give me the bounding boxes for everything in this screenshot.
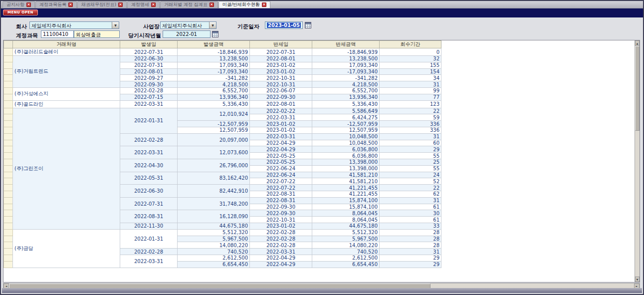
cell-collection-days[interactable]: 29 [380, 255, 441, 261]
cell-settle-date[interactable]: 2022-08-01 [250, 56, 312, 62]
account-name-field[interactable]: 외상매출금 [74, 30, 120, 38]
calendar-icon[interactable] [305, 22, 311, 28]
cell-settle-date[interactable]: 2022-09-30 [250, 210, 312, 217]
cell-settle-amount[interactable]: 13,238,500 [312, 56, 380, 62]
row-selector[interactable] [4, 261, 13, 268]
cell-issue-date[interactable]: 2022-09-27 [120, 75, 178, 81]
row-selector[interactable] [4, 153, 13, 159]
cell-collection-days[interactable]: 28 [380, 242, 441, 249]
row-selector[interactable] [4, 48, 13, 56]
cell-settle-amount[interactable]: 17,093,340 [312, 62, 380, 68]
period-start-field[interactable]: 2022-01 [163, 30, 211, 38]
chevron-down-icon[interactable] [209, 22, 216, 28]
base-date-field[interactable]: 2023-01-05 [265, 21, 303, 29]
cell-collection-days[interactable]: 24 [380, 172, 441, 178]
cell-settle-amount[interactable]: 5,512,320 [312, 229, 380, 236]
cell-settle-date[interactable]: 2023-01-02 [250, 127, 312, 133]
cell-customer[interactable]: (주)그린조이 [13, 108, 120, 229]
cell-settle-date[interactable]: 2022-09-30 [250, 94, 312, 100]
cell-settle-date[interactable]: 2022-03-31 [250, 249, 312, 255]
cell-settle-amount[interactable]: -341,282 [312, 75, 380, 81]
cell-issue-amount[interactable]: 12,507,959 [178, 127, 250, 133]
site-combo[interactable]: 제일제지주식회사 [160, 21, 216, 29]
cell-settle-amount[interactable]: 5,336,430 [312, 100, 380, 108]
cell-collection-days[interactable]: 61 [380, 217, 441, 223]
cell-issue-date[interactable]: 2022-07-15 [120, 94, 178, 100]
cell-settle-amount[interactable]: -18,846,939 [312, 48, 380, 56]
cell-issue-amount[interactable]: -341,282 [178, 75, 250, 81]
cell-settle-amount[interactable]: 10,048,500 [312, 140, 380, 146]
cell-settle-amount[interactable]: 15,874,100 [312, 197, 380, 204]
cell-issue-amount[interactable]: 26,796,000 [178, 159, 250, 172]
cell-collection-days[interactable]: 22 [380, 108, 441, 114]
cell-settle-date[interactable]: 2022-02-28 [250, 242, 312, 249]
cell-settle-amount[interactable]: 41,221,455 [312, 185, 380, 191]
cell-collection-days[interactable]: 29 [380, 146, 441, 153]
row-selector[interactable] [4, 121, 13, 127]
cell-settle-amount[interactable]: -12,507,959 [312, 121, 380, 127]
cell-issue-date[interactable]: 2022-03-31 [120, 255, 178, 268]
cell-settle-date[interactable]: 2022-08-31 [250, 197, 312, 204]
vertical-scrollbar[interactable] [635, 40, 640, 282]
cell-settle-date[interactable]: 2022-08-01 [250, 100, 312, 108]
cell-settle-date[interactable]: 2022-04-29 [250, 261, 312, 268]
cell-settle-amount[interactable]: 41,581,210 [312, 172, 380, 178]
cell-settle-date[interactable]: 2022-02-28 [250, 236, 312, 242]
row-selector[interactable] [4, 140, 13, 146]
cell-settle-amount[interactable]: 44,675,180 [312, 223, 380, 229]
cell-collection-days[interactable]: 30 [380, 210, 441, 217]
cell-settle-date[interactable]: 2022-07-31 [250, 48, 312, 56]
cell-collection-days[interactable]: 28 [380, 236, 441, 242]
cell-settle-date[interactable]: 2022-04-29 [250, 146, 312, 153]
row-selector[interactable] [4, 87, 13, 94]
cell-issue-amount[interactable]: 12,010,924 [178, 108, 250, 121]
cell-collection-days[interactable]: 52 [380, 178, 441, 185]
cell-settle-amount[interactable]: 13,398,000 [312, 159, 380, 165]
cell-collection-days[interactable]: 62 [380, 191, 441, 197]
cell-collection-days[interactable]: 29 [380, 261, 441, 268]
cell-issue-amount[interactable]: 2,612,500 [178, 255, 250, 261]
cell-issue-amount[interactable]: 5,336,430 [178, 100, 250, 108]
cell-settle-amount[interactable]: 4,218,500 [312, 81, 380, 88]
row-selector[interactable] [4, 127, 13, 133]
cell-settle-amount[interactable]: -17,093,340 [312, 68, 380, 75]
cell-settle-amount[interactable]: 2,612,500 [312, 255, 380, 261]
row-selector[interactable] [4, 165, 13, 172]
company-combo[interactable]: 제일제지주식회사 [29, 21, 119, 29]
table-row[interactable]: (주)갤러리드슬레이2022-07-31-18,846,9392022-07-3… [4, 48, 441, 56]
cell-issue-date[interactable]: 2022-02-28 [120, 133, 178, 146]
cell-issue-amount[interactable]: 4,218,500 [178, 81, 250, 88]
cell-customer[interactable]: (주)금담 [13, 229, 120, 268]
row-selector[interactable] [4, 236, 13, 242]
row-selector[interactable] [4, 133, 13, 140]
cell-settle-amount[interactable]: 6,552,700 [312, 87, 380, 94]
cell-settle-date[interactable]: 2022-10-31 [250, 81, 312, 88]
tab-account-register[interactable]: 계정과목등록 [35, 1, 77, 8]
row-selector[interactable] [4, 100, 13, 108]
cell-settle-date[interactable]: 2022-03-31 [250, 114, 312, 121]
close-icon[interactable] [68, 2, 73, 7]
cell-collection-days[interactable]: 31 [380, 133, 441, 140]
menu-open-button[interactable]: MENU OPEN [3, 9, 38, 15]
cell-collection-days[interactable]: 99 [380, 87, 441, 94]
row-selector[interactable] [4, 159, 13, 165]
chevron-down-icon[interactable] [112, 22, 119, 28]
close-icon[interactable] [210, 2, 214, 7]
cell-settle-date[interactable]: 2022-04-29 [250, 140, 312, 146]
cell-issue-date[interactable]: 2022-06-30 [120, 56, 178, 62]
table-row[interactable]: (주)거림트렌드2022-06-3013,238,5002022-08-0113… [4, 56, 441, 62]
cell-settle-amount[interactable]: 6,036,800 [312, 153, 380, 159]
cell-settle-date[interactable]: 2022-07-22 [250, 178, 312, 185]
cell-settle-date[interactable]: 2022-06-24 [250, 165, 312, 172]
cell-issue-amount[interactable]: 13,936,340 [178, 94, 250, 100]
cell-issue-date[interactable]: 2022-01-31 [120, 229, 178, 248]
tab-notices[interactable]: 공지사항 [2, 1, 35, 8]
cell-collection-days[interactable]: 31 [380, 197, 441, 204]
cell-issue-amount[interactable]: 17,093,340 [178, 62, 250, 68]
cell-collection-days[interactable]: 61 [380, 204, 441, 210]
cell-collection-days[interactable]: 60 [380, 140, 441, 146]
cell-issue-date[interactable]: 2022-11-30 [120, 223, 178, 229]
cell-settle-amount[interactable]: 41,221,455 [312, 191, 380, 197]
cell-issue-date[interactable]: 2022-06-30 [120, 185, 178, 198]
row-selector[interactable] [4, 56, 13, 62]
